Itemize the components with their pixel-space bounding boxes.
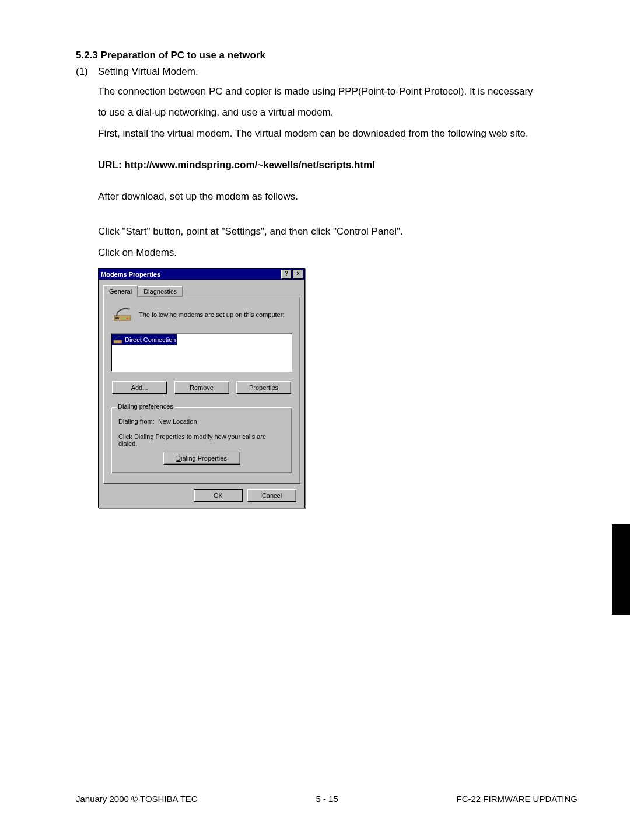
svg-point-3 — [124, 318, 126, 319]
cancel-button[interactable]: Cancel — [247, 489, 296, 502]
close-button[interactable]: × — [293, 270, 303, 279]
tab-general[interactable]: General — [103, 285, 138, 297]
remove-button[interactable]: Remove — [174, 381, 229, 394]
paragraph-4: Click "Start" button, point at "Settings… — [98, 222, 578, 241]
dialing-from-value: New Location — [158, 418, 197, 425]
side-page-tab — [612, 524, 630, 615]
svg-point-4 — [128, 308, 130, 310]
footer-right: FC-22 FIRMWARE UPDATING — [456, 794, 578, 804]
footer-left: January 2000 © TOSHIBA TEC — [76, 794, 198, 804]
section-heading: 5.2.3 Preparation of PC to use a network — [76, 50, 578, 61]
modems-listbox[interactable]: Direct Connection — [111, 333, 292, 372]
dialog-titlebar: Modems Properties ? × — [99, 269, 304, 280]
list-item-label: Direct Connection — [125, 336, 176, 343]
group-title: Dialing preferences — [116, 403, 175, 410]
modem-small-icon — [113, 335, 123, 344]
dialog-title: Modems Properties — [101, 271, 160, 278]
tab-strip: General Diagnostics — [103, 284, 300, 297]
list-item-direct-connection[interactable]: Direct Connection — [112, 334, 177, 345]
footer-center: 5 - 15 — [316, 794, 338, 804]
paragraph-1-line-1: The connection between PC and copier is … — [98, 82, 578, 101]
svg-point-6 — [120, 341, 121, 343]
dialing-hint: Click Dialing Properties to modify how y… — [118, 433, 285, 447]
paragraph-1-line-2: to use a dial-up networking, and use a v… — [98, 103, 578, 122]
modems-properties-dialog: Modems Properties ? × General Diagnostic… — [98, 268, 305, 508]
add-button[interactable]: Add... — [112, 381, 167, 394]
svg-rect-1 — [116, 317, 119, 319]
list-title: Setting Virtual Modem. — [98, 66, 198, 78]
ok-button[interactable]: OK — [194, 489, 243, 502]
tab-diagnostics[interactable]: Diagnostics — [138, 286, 183, 297]
modem-icon — [113, 305, 132, 324]
paragraph-3: After download, set up the modem as foll… — [98, 187, 578, 206]
url-line: URL: http://www.mindspring.com/~kewells/… — [98, 159, 578, 171]
properties-button[interactable]: Properties — [236, 381, 291, 394]
svg-point-2 — [127, 318, 128, 319]
paragraph-2: First, install the virtual modem. The vi… — [98, 124, 578, 143]
tab-panel-general: The following modems are set up on this … — [103, 297, 300, 483]
help-button[interactable]: ? — [281, 270, 292, 279]
dialing-from-label: Dialing from: — [118, 418, 155, 425]
dialing-preferences-group: Dialing preferences Dialing from: New Lo… — [111, 407, 292, 473]
list-number: (1) — [76, 66, 98, 78]
dialog-intro-text: The following modems are set up on this … — [139, 311, 284, 318]
page-footer: January 2000 © TOSHIBA TEC 5 - 15 FC-22 … — [76, 794, 578, 804]
list-item-1: (1) Setting Virtual Modem. — [76, 66, 578, 78]
paragraph-5: Click on Modems. — [98, 243, 578, 262]
dialing-properties-button[interactable]: Dialing Properties — [163, 452, 240, 465]
